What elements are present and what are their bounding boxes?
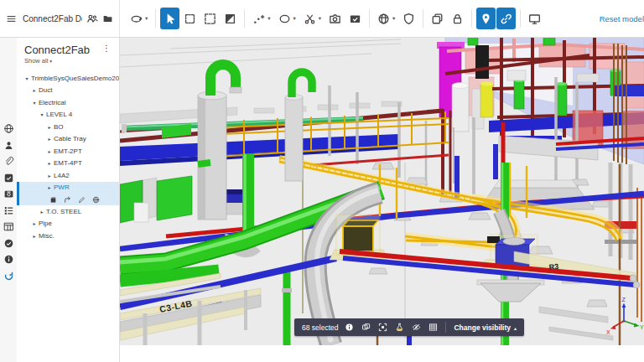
hierarchy-button[interactable] [3, 204, 15, 217]
main-menu-button[interactable] [6, 13, 17, 24]
attachments-button[interactable] [3, 155, 15, 168]
view-orientation-button[interactable]: ▾ [374, 8, 398, 29]
tree-item-bo[interactable]: ▸BO [17, 121, 119, 133]
show-all-label: Show all [24, 57, 48, 65]
clip-tool-button[interactable]: ▾ [300, 8, 325, 29]
tree-item-level-4[interactable]: ▾LEVEL 4 [17, 109, 119, 122]
tableIcon-icon [3, 221, 14, 232]
isolate-action-button[interactable] [49, 196, 57, 204]
selection-toolbar-icons [345, 323, 438, 332]
shield-icon [402, 13, 415, 25]
caret-right-icon[interactable]: ▸ [45, 124, 54, 130]
axis-z-label: Z [622, 297, 626, 303]
caret-down-icon[interactable]: ▾ [38, 111, 46, 117]
caret-right-icon[interactable]: ▸ [38, 209, 46, 215]
change-visibility-button[interactable]: Change visibility▴ [454, 323, 517, 332]
caret-right-icon[interactable]: ▸ [45, 136, 54, 142]
model-3d-scene[interactable]: C3-L4B R3 Z Y X [120, 37, 644, 345]
scissors-icon [304, 13, 316, 25]
caret-right-icon[interactable]: ▸ [30, 220, 39, 226]
members-icon [86, 13, 98, 24]
tree-item-label: L4A2 [54, 172, 70, 179]
panel-title: Connect2Fab [24, 44, 90, 56]
caret-down-icon[interactable]: ▾ [23, 75, 31, 81]
sphere-icon [377, 13, 390, 25]
model-viewport[interactable]: C3-L4B R3 Z Y X 68 selected Change visib… [120, 37, 644, 345]
select-tool-button[interactable] [160, 8, 179, 29]
hide-selection-button[interactable] [412, 323, 421, 332]
ghost-mode-button[interactable] [399, 8, 418, 29]
todos-button[interactable] [3, 172, 15, 184]
display-button[interactable] [525, 8, 544, 29]
views-panel-button[interactable] [428, 8, 447, 29]
shape-markup-button[interactable]: ▾ [275, 8, 299, 29]
globeSmall-icon [92, 196, 100, 204]
caret-down-icon: ▾ [145, 15, 148, 22]
links-toggle-button[interactable] [496, 8, 516, 29]
caret-right-icon[interactable]: ▸ [30, 233, 39, 239]
tree-item-label: Duct [39, 86, 52, 94]
snapshot-button[interactable] [325, 8, 345, 29]
axis-y-label: Y [640, 324, 644, 330]
markup-save-button[interactable] [345, 8, 365, 29]
tree-item-emt-4pt[interactable]: ▸EMT-4PT [17, 158, 119, 170]
tree-item-actions [17, 194, 119, 205]
caret-right-icon[interactable]: ▸ [45, 173, 54, 178]
tree-item-l4a2[interactable]: ▸L4A2 [17, 169, 119, 182]
members-button[interactable] [86, 13, 98, 24]
tree-item-trimblesysquesalesdemo2020spools[interactable]: ▾TrimbleSysQueSalesDemo2020Spools (... [17, 72, 119, 85]
selection-info-button[interactable] [345, 323, 354, 332]
folder-icon [102, 13, 113, 24]
caret-down-icon[interactable]: ▾ [30, 100, 39, 106]
project-folder-button[interactable] [102, 13, 113, 24]
tree-item-pwr[interactable]: ▸PWR [17, 182, 119, 194]
paint-selection-button[interactable] [395, 323, 404, 332]
tree-item-label: Misc. [39, 232, 55, 240]
selection-table-button[interactable] [428, 323, 438, 332]
web-action-button[interactable] [92, 196, 100, 204]
caret-down-icon: ▾ [293, 15, 296, 22]
tree-item-label: EMT-4PT [54, 159, 82, 167]
sync-button[interactable] [3, 270, 15, 282]
sync-icon [3, 271, 14, 282]
selection-count: 68 selected [302, 323, 338, 332]
tables-button[interactable] [3, 220, 15, 233]
tree-item-duct[interactable]: ▸Duct [17, 85, 119, 97]
paint-icon [395, 323, 404, 332]
zoom-to-selection-button[interactable] [378, 323, 387, 332]
status-button[interactable] [3, 237, 15, 250]
info-button[interactable] [3, 253, 15, 266]
reset-model-link[interactable]: Reset model [600, 14, 644, 23]
marquee-select-button[interactable] [180, 8, 200, 29]
share-action-button[interactable] [64, 196, 71, 204]
caret-right-icon[interactable]: ▸ [45, 184, 54, 190]
tree-item-emt-2pt[interactable]: ▸EMT-2PT [17, 145, 119, 158]
team-button[interactable] [3, 139, 15, 152]
orbit-tool-button[interactable]: ▾ [127, 8, 151, 29]
tree-item-cable-tray[interactable]: ▸Cable Tray [17, 133, 119, 146]
show-all-filter[interactable]: Show all▾ [24, 57, 113, 65]
app-header: Connect2Fab Demo ▾▾▾▾▾ Reset model [0, 0, 644, 38]
invert-selection-button[interactable] [221, 8, 240, 29]
tree-item-label: LEVEL 4 [46, 111, 72, 118]
selection-groups-button[interactable] [361, 323, 371, 332]
tree-item-pipe[interactable]: ▸Pipe [17, 218, 119, 230]
snapshots-button[interactable] [3, 188, 15, 200]
caret-right-icon[interactable]: ▸ [45, 148, 54, 154]
explore-button[interactable] [3, 122, 15, 135]
measure-tool-button[interactable]: ▾ [249, 8, 273, 29]
panel-menu-button[interactable]: ⋮ [100, 44, 113, 54]
tree-item-t-o-steel[interactable]: ▸T.O. STEEL [17, 205, 119, 218]
caret-right-icon[interactable]: ▸ [30, 87, 39, 93]
lock-button[interactable] [448, 8, 467, 29]
lock-icon [451, 13, 464, 25]
caret-right-icon[interactable]: ▸ [45, 160, 54, 166]
markers-toggle-button[interactable] [476, 8, 496, 29]
marquee-window-button[interactable] [200, 8, 220, 29]
edit-action-button[interactable] [78, 196, 86, 204]
pin-icon [480, 13, 492, 25]
tree-item-electrical[interactable]: ▾Electrical [17, 96, 119, 109]
tree-item-label: Electrical [39, 99, 65, 106]
tree-item-label: Cable Tray [54, 135, 86, 142]
tree-item-misc[interactable]: ▸Misc. [17, 230, 119, 242]
